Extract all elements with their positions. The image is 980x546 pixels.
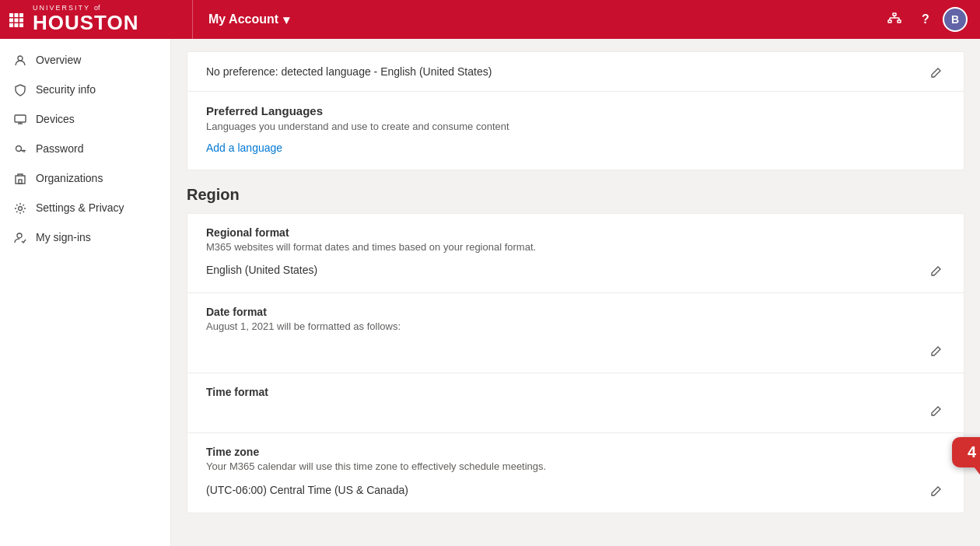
date-format-title: Date format	[206, 306, 945, 318]
time-format-title: Time format	[206, 386, 945, 398]
sidebar-label-password: Password	[36, 142, 83, 155]
regional-format-value: English (United States)	[206, 264, 317, 276]
annotation-number: 4	[968, 443, 976, 460]
preferred-languages-title: Preferred Languages	[206, 104, 945, 117]
detected-language-text: No preference: detected language - Engli…	[206, 65, 492, 78]
sidebar-item-my-sign-ins[interactable]: My sign-ins	[0, 222, 170, 252]
language-detect-edit-icon[interactable]	[927, 61, 945, 82]
add-language-link[interactable]: Add a language	[206, 142, 282, 154]
date-format-value-row	[206, 340, 945, 360]
key-icon	[12, 142, 28, 156]
logo-area: UNIVERSITY of HOUSTON	[0, 0, 193, 39]
help-icon[interactable]: ?	[912, 5, 940, 33]
svg-rect-4	[15, 18, 19, 22]
logo-houston-text: HOUSTON	[33, 12, 139, 34]
svg-rect-8	[19, 23, 23, 27]
regional-format-title: Regional format	[206, 226, 945, 239]
regional-format-desc: M365 websites will format dates and time…	[206, 241, 945, 253]
time-zone-desc: Your M365 calendar will use this time zo…	[206, 460, 945, 472]
region-card: Regional format M365 websites will forma…	[187, 213, 964, 513]
sidebar-label-settings: Settings & Privacy	[36, 201, 124, 214]
user-avatar[interactable]: B	[943, 7, 968, 32]
svg-rect-2	[19, 13, 23, 17]
time-zone-value: (UTC-06:00) Central Time (US & Canada)	[206, 484, 408, 496]
sidebar-item-settings-privacy[interactable]: Settings & Privacy	[0, 193, 170, 222]
time-format-row: Time format	[187, 373, 964, 434]
svg-rect-7	[15, 23, 19, 27]
sidebar-label-sign-ins: My sign-ins	[36, 231, 91, 243]
time-format-edit-icon[interactable]	[927, 401, 945, 421]
org-chart-icon[interactable]	[880, 5, 908, 33]
svg-point-16	[18, 56, 23, 61]
sidebar-label-overview: Overview	[36, 54, 81, 66]
content-area: No preference: detected language - Engli…	[171, 39, 980, 546]
time-zone-value-row: (UTC-06:00) Central Time (US & Canada) 4	[206, 480, 945, 500]
chevron-down-icon: ▾	[283, 12, 289, 27]
gear-icon	[12, 201, 28, 215]
time-zone-title: Time zone	[206, 446, 945, 458]
time-zone-edit-icon[interactable]	[927, 480, 945, 500]
preferred-languages-section: Preferred Languages Languages you unders…	[187, 92, 964, 170]
language-detect-card: No preference: detected language - Engli…	[187, 51, 964, 170]
sidebar-item-security-info[interactable]: Security info	[0, 75, 170, 104]
svg-rect-9	[893, 13, 896, 16]
annotation-bubble: 4	[952, 437, 980, 467]
preferred-languages-desc: Languages you understand and use to crea…	[206, 121, 945, 132]
language-detect-row: No preference: detected language - Engli…	[187, 52, 964, 92]
sidebar: Overview Security info Devices	[0, 39, 171, 546]
sidebar-label-devices: Devices	[36, 113, 75, 125]
main-layout: Overview Security info Devices	[0, 39, 980, 546]
time-format-value-row	[206, 401, 945, 421]
shield-icon	[12, 82, 28, 96]
svg-point-26	[19, 206, 23, 210]
svg-rect-1	[15, 13, 19, 17]
top-nav-middle: My Account ▾	[193, 12, 880, 27]
svg-rect-17	[15, 115, 26, 122]
svg-point-27	[17, 233, 22, 238]
regional-format-row: Regional format M365 websites will forma…	[187, 214, 964, 294]
top-navigation: UNIVERSITY of HOUSTON My Account ▾ ?	[0, 0, 980, 39]
my-account-label-text: My Account	[208, 12, 278, 26]
waffle-icon[interactable]	[9, 12, 23, 28]
svg-rect-10	[888, 20, 891, 23]
svg-rect-3	[9, 18, 13, 22]
time-zone-row: Time zone Your M365 calendar will use th…	[187, 433, 964, 513]
svg-rect-6	[9, 23, 13, 27]
date-format-row: Date format August 1, 2021 will be forma…	[187, 293, 964, 373]
svg-point-20	[16, 145, 22, 151]
sidebar-item-devices[interactable]: Devices	[0, 104, 170, 134]
top-nav-actions: ? B	[880, 5, 980, 33]
svg-rect-5	[19, 18, 23, 22]
sidebar-item-password[interactable]: Password	[0, 134, 170, 163]
sidebar-item-overview[interactable]: Overview	[0, 45, 170, 75]
person-icon	[12, 53, 28, 67]
person-check-icon	[12, 230, 28, 244]
regional-format-value-row: English (United States)	[206, 261, 945, 281]
monitor-icon	[12, 112, 28, 126]
sidebar-label-organizations: Organizations	[36, 172, 103, 184]
region-heading: Region	[171, 170, 980, 213]
date-format-desc: August 1, 2021 will be formatted as foll…	[206, 320, 945, 332]
sidebar-item-organizations[interactable]: Organizations	[0, 163, 170, 193]
svg-rect-0	[9, 13, 13, 17]
svg-rect-11	[898, 20, 901, 23]
university-logo: UNIVERSITY of HOUSTON	[33, 5, 139, 34]
date-format-edit-icon[interactable]	[927, 340, 945, 360]
svg-rect-25	[19, 180, 22, 184]
my-account-menu[interactable]: My Account ▾	[208, 12, 289, 27]
building-icon	[12, 171, 28, 185]
regional-format-edit-icon[interactable]	[927, 261, 945, 281]
sidebar-label-security: Security info	[36, 83, 96, 96]
